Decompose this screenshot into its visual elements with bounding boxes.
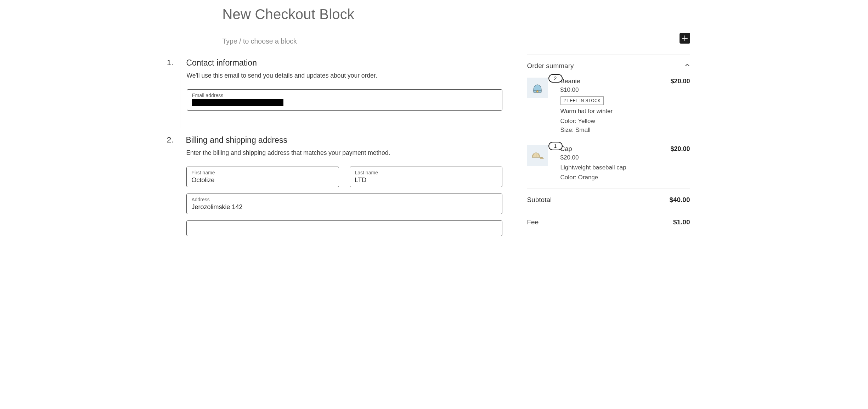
quantity-badge: 1 <box>548 142 563 150</box>
fee-label: Fee <box>527 218 539 226</box>
block-prompt[interactable]: Type / to choose a block <box>222 37 297 45</box>
step-number: 2. <box>167 135 174 253</box>
subtotal-row: Subtotal $40.00 <box>527 189 690 211</box>
address-field[interactable]: Address <box>186 194 502 214</box>
checkout-form: 1. Contact information We'll use this em… <box>167 56 502 253</box>
add-block-button[interactable] <box>680 33 690 44</box>
subtotal-value: $40.00 <box>669 196 690 204</box>
unit-price: $10.00 <box>560 86 690 94</box>
line-total: $20.00 <box>670 145 690 153</box>
product-attribute: Size: Small <box>560 126 690 135</box>
step-number: 1. <box>167 58 174 128</box>
order-summary-title: Order summary <box>527 62 574 70</box>
first-name-input[interactable] <box>192 176 334 184</box>
cart-item: 1Cap$20.00$20.00Lightweight baseball cap… <box>527 141 690 189</box>
product-attribute: Color: Yellow <box>560 117 690 126</box>
email-value-redacted <box>192 99 283 106</box>
order-summary-toggle[interactable]: Order summary <box>527 54 690 73</box>
subtotal-label: Subtotal <box>527 196 552 204</box>
plus-icon <box>682 35 688 41</box>
svg-point-1 <box>536 91 538 93</box>
fee-value: $1.00 <box>673 218 690 226</box>
last-name-field[interactable]: Last name <box>350 167 502 187</box>
product-description: Warm hat for winter <box>560 108 690 115</box>
last-name-input[interactable] <box>355 176 497 184</box>
stock-badge: 2 LEFT IN STOCK <box>560 96 604 105</box>
quantity-badge: 2 <box>548 74 563 83</box>
unit-price: $20.00 <box>560 154 690 161</box>
step-billing-title: Billing and shipping address <box>180 135 502 145</box>
email-field[interactable]: Email address <box>187 89 502 111</box>
cart-item: 2Beanie$20.00$10.002 LEFT IN STOCKWarm h… <box>527 73 690 141</box>
product-attribute: Color: Orange <box>560 173 690 182</box>
first-name-label: First name <box>192 170 334 175</box>
last-name-label: Last name <box>355 170 497 175</box>
product-thumbnail <box>527 145 548 166</box>
fee-row: Fee $1.00 <box>527 211 690 228</box>
step-contact-description: We'll use this email to send you details… <box>187 72 502 79</box>
product-name: Beanie <box>560 78 580 85</box>
line-total: $20.00 <box>670 78 690 85</box>
step-contact-title: Contact information <box>180 58 502 68</box>
first-name-field[interactable]: First name <box>186 167 339 187</box>
address-input[interactable] <box>192 203 497 211</box>
step-billing-description: Enter the billing and shipping address t… <box>186 149 502 157</box>
address-label: Address <box>192 197 497 202</box>
order-summary-panel: Order summary 2Beanie$20.00$10.002 LEFT … <box>527 55 690 228</box>
email-label: Email address <box>192 93 497 98</box>
address-field-2[interactable] <box>186 220 502 236</box>
chevron-up-icon <box>684 62 690 69</box>
product-thumbnail <box>527 78 548 98</box>
product-description: Lightweight baseball cap <box>560 164 690 171</box>
page-title: New Checkout Block <box>222 6 702 22</box>
